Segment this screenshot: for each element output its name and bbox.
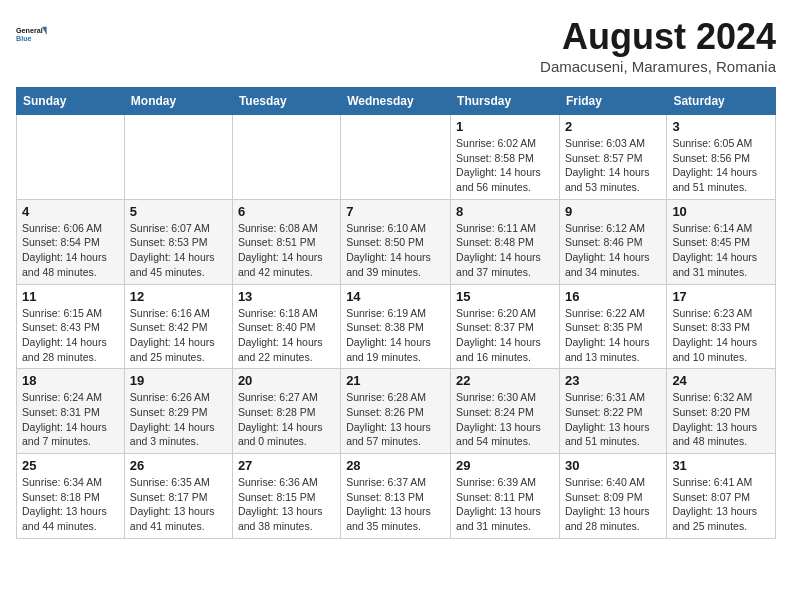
day-info: Sunrise: 6:35 AM Sunset: 8:17 PM Dayligh…	[130, 475, 227, 534]
day-number: 16	[565, 289, 661, 304]
day-number: 29	[456, 458, 554, 473]
calendar-cell: 16Sunrise: 6:22 AM Sunset: 8:35 PM Dayli…	[559, 284, 666, 369]
calendar-cell	[124, 115, 232, 200]
day-info: Sunrise: 6:26 AM Sunset: 8:29 PM Dayligh…	[130, 390, 227, 449]
calendar-week-2: 4Sunrise: 6:06 AM Sunset: 8:54 PM Daylig…	[17, 199, 776, 284]
day-info: Sunrise: 6:05 AM Sunset: 8:56 PM Dayligh…	[672, 136, 770, 195]
day-info: Sunrise: 6:16 AM Sunset: 8:42 PM Dayligh…	[130, 306, 227, 365]
day-number: 9	[565, 204, 661, 219]
day-number: 8	[456, 204, 554, 219]
calendar-cell: 24Sunrise: 6:32 AM Sunset: 8:20 PM Dayli…	[667, 369, 776, 454]
day-info: Sunrise: 6:10 AM Sunset: 8:50 PM Dayligh…	[346, 221, 445, 280]
day-number: 6	[238, 204, 335, 219]
calendar-cell: 8Sunrise: 6:11 AM Sunset: 8:48 PM Daylig…	[451, 199, 560, 284]
calendar-cell: 2Sunrise: 6:03 AM Sunset: 8:57 PM Daylig…	[559, 115, 666, 200]
day-info: Sunrise: 6:14 AM Sunset: 8:45 PM Dayligh…	[672, 221, 770, 280]
day-info: Sunrise: 6:23 AM Sunset: 8:33 PM Dayligh…	[672, 306, 770, 365]
calendar-cell	[232, 115, 340, 200]
calendar-cell: 28Sunrise: 6:37 AM Sunset: 8:13 PM Dayli…	[341, 454, 451, 539]
day-info: Sunrise: 6:12 AM Sunset: 8:46 PM Dayligh…	[565, 221, 661, 280]
weekday-header-tuesday: Tuesday	[232, 88, 340, 115]
title-block: August 2024 Damacuseni, Maramures, Roman…	[540, 16, 776, 75]
day-number: 18	[22, 373, 119, 388]
day-number: 2	[565, 119, 661, 134]
day-number: 21	[346, 373, 445, 388]
day-number: 11	[22, 289, 119, 304]
day-number: 1	[456, 119, 554, 134]
day-info: Sunrise: 6:08 AM Sunset: 8:51 PM Dayligh…	[238, 221, 335, 280]
day-number: 25	[22, 458, 119, 473]
day-number: 30	[565, 458, 661, 473]
calendar-cell: 10Sunrise: 6:14 AM Sunset: 8:45 PM Dayli…	[667, 199, 776, 284]
day-info: Sunrise: 6:02 AM Sunset: 8:58 PM Dayligh…	[456, 136, 554, 195]
day-info: Sunrise: 6:39 AM Sunset: 8:11 PM Dayligh…	[456, 475, 554, 534]
calendar-cell: 12Sunrise: 6:16 AM Sunset: 8:42 PM Dayli…	[124, 284, 232, 369]
calendar-cell: 20Sunrise: 6:27 AM Sunset: 8:28 PM Dayli…	[232, 369, 340, 454]
calendar-cell: 7Sunrise: 6:10 AM Sunset: 8:50 PM Daylig…	[341, 199, 451, 284]
calendar-cell: 6Sunrise: 6:08 AM Sunset: 8:51 PM Daylig…	[232, 199, 340, 284]
calendar-cell: 15Sunrise: 6:20 AM Sunset: 8:37 PM Dayli…	[451, 284, 560, 369]
day-number: 7	[346, 204, 445, 219]
logo-icon: GeneralBlue	[16, 16, 52, 52]
calendar-cell: 4Sunrise: 6:06 AM Sunset: 8:54 PM Daylig…	[17, 199, 125, 284]
calendar-cell: 31Sunrise: 6:41 AM Sunset: 8:07 PM Dayli…	[667, 454, 776, 539]
calendar-cell: 27Sunrise: 6:36 AM Sunset: 8:15 PM Dayli…	[232, 454, 340, 539]
day-number: 23	[565, 373, 661, 388]
day-info: Sunrise: 6:31 AM Sunset: 8:22 PM Dayligh…	[565, 390, 661, 449]
day-number: 20	[238, 373, 335, 388]
day-info: Sunrise: 6:22 AM Sunset: 8:35 PM Dayligh…	[565, 306, 661, 365]
calendar-cell: 30Sunrise: 6:40 AM Sunset: 8:09 PM Dayli…	[559, 454, 666, 539]
weekday-header-row: SundayMondayTuesdayWednesdayThursdayFrid…	[17, 88, 776, 115]
calendar-cell	[341, 115, 451, 200]
weekday-header-monday: Monday	[124, 88, 232, 115]
calendar-cell	[17, 115, 125, 200]
day-info: Sunrise: 6:19 AM Sunset: 8:38 PM Dayligh…	[346, 306, 445, 365]
day-info: Sunrise: 6:07 AM Sunset: 8:53 PM Dayligh…	[130, 221, 227, 280]
day-number: 31	[672, 458, 770, 473]
day-info: Sunrise: 6:34 AM Sunset: 8:18 PM Dayligh…	[22, 475, 119, 534]
month-year: August 2024	[540, 16, 776, 58]
day-number: 26	[130, 458, 227, 473]
day-info: Sunrise: 6:40 AM Sunset: 8:09 PM Dayligh…	[565, 475, 661, 534]
day-number: 3	[672, 119, 770, 134]
calendar-cell: 11Sunrise: 6:15 AM Sunset: 8:43 PM Dayli…	[17, 284, 125, 369]
weekday-header-wednesday: Wednesday	[341, 88, 451, 115]
calendar-cell: 29Sunrise: 6:39 AM Sunset: 8:11 PM Dayli…	[451, 454, 560, 539]
day-info: Sunrise: 6:03 AM Sunset: 8:57 PM Dayligh…	[565, 136, 661, 195]
day-info: Sunrise: 6:11 AM Sunset: 8:48 PM Dayligh…	[456, 221, 554, 280]
weekday-header-saturday: Saturday	[667, 88, 776, 115]
day-number: 27	[238, 458, 335, 473]
svg-text:Blue: Blue	[16, 34, 32, 43]
calendar-cell: 19Sunrise: 6:26 AM Sunset: 8:29 PM Dayli…	[124, 369, 232, 454]
calendar-cell: 18Sunrise: 6:24 AM Sunset: 8:31 PM Dayli…	[17, 369, 125, 454]
calendar-table: SundayMondayTuesdayWednesdayThursdayFrid…	[16, 87, 776, 539]
calendar-cell: 25Sunrise: 6:34 AM Sunset: 8:18 PM Dayli…	[17, 454, 125, 539]
calendar-cell: 22Sunrise: 6:30 AM Sunset: 8:24 PM Dayli…	[451, 369, 560, 454]
day-number: 19	[130, 373, 227, 388]
day-number: 15	[456, 289, 554, 304]
logo: GeneralBlue	[16, 16, 52, 52]
day-number: 28	[346, 458, 445, 473]
location: Damacuseni, Maramures, Romania	[540, 58, 776, 75]
weekday-header-sunday: Sunday	[17, 88, 125, 115]
day-info: Sunrise: 6:36 AM Sunset: 8:15 PM Dayligh…	[238, 475, 335, 534]
calendar-cell: 26Sunrise: 6:35 AM Sunset: 8:17 PM Dayli…	[124, 454, 232, 539]
calendar-cell: 9Sunrise: 6:12 AM Sunset: 8:46 PM Daylig…	[559, 199, 666, 284]
day-info: Sunrise: 6:18 AM Sunset: 8:40 PM Dayligh…	[238, 306, 335, 365]
day-number: 14	[346, 289, 445, 304]
day-info: Sunrise: 6:06 AM Sunset: 8:54 PM Dayligh…	[22, 221, 119, 280]
calendar-cell: 1Sunrise: 6:02 AM Sunset: 8:58 PM Daylig…	[451, 115, 560, 200]
day-number: 4	[22, 204, 119, 219]
day-number: 10	[672, 204, 770, 219]
calendar-cell: 14Sunrise: 6:19 AM Sunset: 8:38 PM Dayli…	[341, 284, 451, 369]
weekday-header-thursday: Thursday	[451, 88, 560, 115]
weekday-header-friday: Friday	[559, 88, 666, 115]
calendar-cell: 21Sunrise: 6:28 AM Sunset: 8:26 PM Dayli…	[341, 369, 451, 454]
day-info: Sunrise: 6:24 AM Sunset: 8:31 PM Dayligh…	[22, 390, 119, 449]
day-info: Sunrise: 6:32 AM Sunset: 8:20 PM Dayligh…	[672, 390, 770, 449]
day-number: 24	[672, 373, 770, 388]
page-header: GeneralBlue August 2024 Damacuseni, Mara…	[16, 16, 776, 75]
day-number: 13	[238, 289, 335, 304]
calendar-week-3: 11Sunrise: 6:15 AM Sunset: 8:43 PM Dayli…	[17, 284, 776, 369]
day-info: Sunrise: 6:41 AM Sunset: 8:07 PM Dayligh…	[672, 475, 770, 534]
